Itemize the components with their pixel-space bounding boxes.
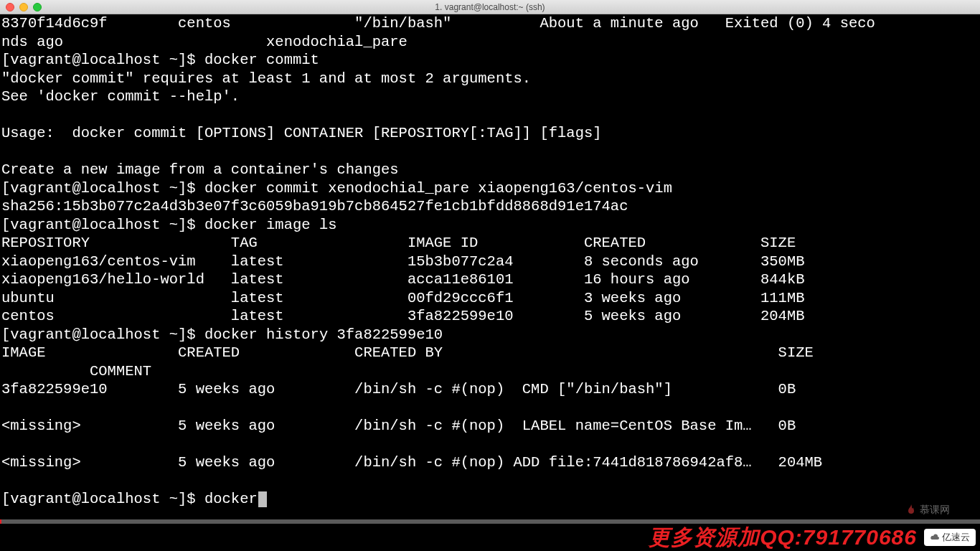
image-table-row: centos latest 3fa822599e10 5 weeks ago 2… <box>1 308 804 324</box>
flame-icon <box>905 504 917 516</box>
terminal-current-command: docker <box>204 491 258 507</box>
history-table-row: <missing> 5 weeks ago /bin/sh -c #(nop) … <box>1 454 831 471</box>
terminal-prompt: [vagrant@localhost ~]$ <box>1 217 204 233</box>
terminal-output[interactable]: 8370f14d6c9f centos "/bin/bash" About a … <box>0 14 980 531</box>
image-table-row: xiaopeng163/centos-vim latest 15b3b077c2… <box>1 253 804 270</box>
cloud-icon <box>930 534 940 541</box>
terminal-line: Usage: docker commit [OPTIONS] CONTAINER… <box>1 125 602 141</box>
terminal-cursor <box>258 491 267 507</box>
image-table-row: ubuntu latest 00fd29ccc6f1 3 weeks ago 1… <box>1 290 804 306</box>
image-table-row: xiaopeng163/hello-world latest acca11e86… <box>1 271 804 288</box>
history-table-header: IMAGE CREATED CREATED BY SIZE <box>1 344 831 361</box>
history-table-row: 3fa822599e10 5 weeks ago /bin/sh -c #(no… <box>1 381 831 397</box>
close-window-button[interactable] <box>6 3 14 11</box>
terminal-command: docker commit <box>204 52 319 68</box>
terminal-command: docker image ls <box>204 217 337 233</box>
history-table-header: COMMENT <box>1 363 151 380</box>
terminal-line: 8370f14d6c9f centos "/bin/bash" About a … <box>1 15 875 32</box>
window-title: 1. vagrant@localhost:~ (ssh) <box>435 2 545 12</box>
minimize-window-button[interactable] <box>19 3 28 11</box>
mukewang-text: 慕课网 <box>920 504 950 517</box>
yisuyun-badge: 亿速云 <box>924 529 976 546</box>
terminal-command: docker history 3fa822599e10 <box>204 326 443 343</box>
terminal-prompt: [vagrant@localhost ~]$ <box>1 326 204 343</box>
yisuyun-text: 亿速云 <box>942 531 970 544</box>
terminal-line: See 'docker commit --help'. <box>1 88 240 105</box>
terminal-prompt: [vagrant@localhost ~]$ <box>1 491 204 507</box>
history-table-row: <missing> 5 weeks ago /bin/sh -c #(nop) … <box>1 418 831 434</box>
image-table-header: REPOSITORY TAG IMAGE ID CREATED SIZE <box>1 235 796 251</box>
terminal-prompt: [vagrant@localhost ~]$ <box>1 180 204 197</box>
terminal-line: sha256:15b3b077c2a4d3b3e07f3c6059ba919b7… <box>1 198 628 215</box>
terminal-line: Create a new image from a container's ch… <box>1 161 399 178</box>
maximize-window-button[interactable] <box>33 3 42 11</box>
terminal-prompt: [vagrant@localhost ~]$ <box>1 52 204 68</box>
banner-text: 更多资源加QQ:791770686 <box>649 523 917 552</box>
bottom-banner: 更多资源加QQ:791770686 亿速云 <box>0 524 980 551</box>
mukewang-watermark: 慕课网 <box>905 504 950 517</box>
terminal-line: nds ago xenodochial_pare <box>1 34 407 50</box>
traffic-lights <box>6 3 42 11</box>
terminal-command: docker commit xenodochial_pare xiaopeng1… <box>204 180 672 197</box>
window-titlebar: 1. vagrant@localhost:~ (ssh) <box>0 0 980 14</box>
terminal-line: "docker commit" requires at least 1 and … <box>1 70 531 87</box>
